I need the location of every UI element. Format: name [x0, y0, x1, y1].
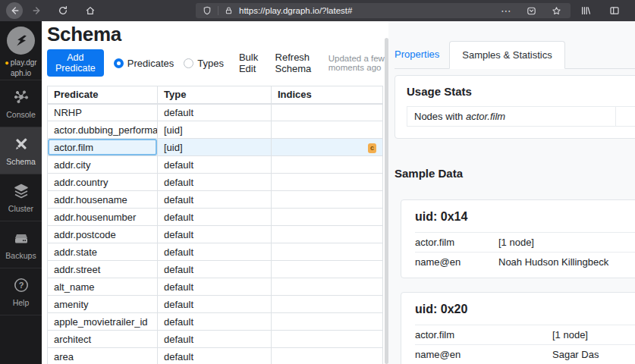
layers-icon	[13, 183, 30, 199]
sidebar-item-console[interactable]: Console	[0, 80, 42, 127]
predicates-radio[interactable]: Predicates	[114, 58, 174, 69]
bulk-edit-button[interactable]: Bulk Edit	[239, 52, 260, 74]
count-index-badge: c	[368, 143, 376, 153]
table-row[interactable]: amenitydefault	[48, 296, 383, 313]
schema-pane: Schema Add Predicate Predicates Types Bu…	[42, 21, 388, 364]
uid-label: uid: 0x14	[415, 210, 635, 232]
sample-row: actor.film [1 node]	[415, 325, 635, 344]
url-text[interactable]: https://play.dgraph.io/?latest#	[239, 6, 352, 15]
library-icon[interactable]	[577, 2, 594, 19]
type-cell: default	[158, 261, 272, 278]
table-row[interactable]: architectdefault	[48, 331, 383, 348]
radio-unselected-icon	[184, 58, 193, 68]
table-row[interactable]: addr.statedefault	[48, 243, 383, 261]
sidebar-toggle-icon[interactable]	[606, 2, 623, 19]
indices-cell	[272, 191, 383, 209]
table-row[interactable]: NRHPdefault	[48, 104, 383, 121]
refresh-schema-button[interactable]: Refresh Schema	[275, 52, 315, 74]
sidebar-item-schema[interactable]: Schema	[0, 127, 42, 174]
predicates-radio-label: Predicates	[127, 58, 174, 69]
predicate-cell[interactable]: area	[48, 348, 158, 364]
types-radio[interactable]: Types	[184, 58, 224, 69]
sidebar-item-label: Cluster	[8, 204, 33, 213]
predicate-cell[interactable]: addr.postcode	[48, 226, 158, 243]
indices-cell	[272, 261, 383, 278]
console-graph-icon	[13, 89, 30, 105]
usage-stat-value	[616, 107, 635, 126]
predicate-cell[interactable]: alt_name	[48, 278, 158, 296]
predicate-cell[interactable]: architect	[48, 331, 158, 348]
sample-value: Sagar Das	[552, 349, 599, 360]
table-row[interactable]: actor.dubbing_performances[uid]	[48, 121, 383, 139]
type-cell: default	[158, 348, 272, 364]
table-row[interactable]: addr.citydefault	[48, 156, 383, 174]
predicate-cell[interactable]: addr.state	[48, 243, 158, 261]
sample-data-cards: uid: 0x14 actor.film [1 node] name@en No…	[401, 199, 635, 364]
type-cell: default	[158, 174, 272, 191]
add-predicate-button[interactable]: Add Predicate	[47, 49, 104, 77]
table-row[interactable]: addr.housenamedefault	[48, 191, 383, 209]
sample-value: Noah Hudson Killingbeck	[498, 256, 608, 268]
predicate-cell[interactable]: addr.street	[48, 261, 158, 278]
type-cell: default	[158, 209, 272, 226]
predicate-name-italic: actor.film	[466, 111, 505, 122]
predicate-cell[interactable]: addr.housename	[48, 191, 158, 209]
indices-cell	[272, 226, 383, 243]
indices-cell	[272, 348, 383, 364]
table-row[interactable]: addr.housenumberdefault	[48, 209, 383, 226]
address-bar[interactable]: https://play.dgraph.io/?latest# ⋯	[196, 3, 571, 18]
page-actions-icon[interactable]: ⋯	[498, 2, 514, 19]
table-header-row: Predicate Type Indices	[48, 86, 383, 104]
table-row[interactable]: areadefault	[48, 348, 383, 364]
sidebar: ●play.dgr aph.io Console Schema Cluster	[0, 21, 42, 364]
sidebar-item-label: Help	[13, 298, 30, 307]
sidebar-item-backups[interactable]: Backups	[0, 221, 42, 268]
tab-samples-statistics[interactable]: Samples & Statistics	[449, 41, 565, 69]
bookmark-star-icon[interactable]	[548, 2, 564, 19]
indices-cell	[272, 209, 383, 226]
updated-timestamp: Updated a few moments ago	[329, 54, 388, 72]
reload-icon[interactable]	[55, 2, 71, 19]
server-drive-icon	[13, 230, 30, 246]
predicate-cell[interactable]: actor.dubbing_performances	[48, 121, 158, 139]
sidebar-brand[interactable]: ●play.dgr aph.io	[0, 21, 42, 80]
panel-scrollbar[interactable]	[385, 38, 388, 364]
back-icon[interactable]	[6, 2, 23, 19]
predicate-cell[interactable]: addr.city	[48, 156, 158, 174]
predicate-cell[interactable]: addr.country	[48, 174, 158, 191]
tab-properties[interactable]: Properties	[395, 41, 449, 68]
connection-status-dot: ●	[5, 59, 8, 67]
table-row[interactable]: apple_movietrailer_iddefault	[48, 313, 383, 331]
samples-statistics-panel: Usage Stats Nodes with actor.film Sample…	[395, 69, 635, 364]
sample-key: name@en	[415, 349, 552, 360]
predicate-cell[interactable]: apple_movietrailer_id	[48, 313, 158, 331]
table-row[interactable]: addr.streetdefault	[48, 261, 383, 278]
tracking-shield-icon[interactable]	[202, 2, 212, 19]
predicate-cell[interactable]: addr.housenumber	[48, 209, 158, 226]
sample-node-card: uid: 0x14 actor.film [1 node] name@en No…	[401, 199, 635, 278]
table-row[interactable]: addr.countrydefault	[48, 174, 383, 191]
sample-row: name@en Sagar Das	[415, 344, 635, 364]
predicate-cell[interactable]: actor.film	[48, 139, 158, 156]
pocket-icon[interactable]	[523, 2, 539, 19]
home-icon[interactable]	[82, 2, 99, 19]
page-title: Schema	[47, 24, 388, 44]
indices-cell: c	[272, 139, 383, 156]
schema-tools-icon	[13, 136, 30, 152]
sample-data-title: Sample Data	[395, 167, 635, 180]
predicate-cell[interactable]: amenity	[48, 296, 158, 313]
sample-row: name@en Noah Hudson Killingbeck	[415, 252, 635, 271]
forward-icon[interactable]	[29, 2, 46, 19]
schema-toolbar: Add Predicate Predicates Types Bulk Edit…	[47, 49, 388, 77]
sidebar-item-label: Console	[6, 110, 36, 119]
type-cell: default	[158, 278, 272, 296]
type-cell: default	[158, 243, 272, 261]
sidebar-item-help[interactable]: ? Help	[0, 268, 42, 315]
lock-icon	[224, 2, 234, 19]
sidebar-item-cluster[interactable]: Cluster	[0, 174, 42, 221]
sample-value: [1 node]	[552, 329, 588, 340]
predicate-cell[interactable]: NRHP	[48, 104, 158, 121]
table-row[interactable]: addr.postcodedefault	[48, 226, 383, 243]
table-row[interactable]: alt_namedefault	[48, 278, 383, 296]
table-row-selected[interactable]: actor.film[uid]c	[48, 139, 383, 156]
